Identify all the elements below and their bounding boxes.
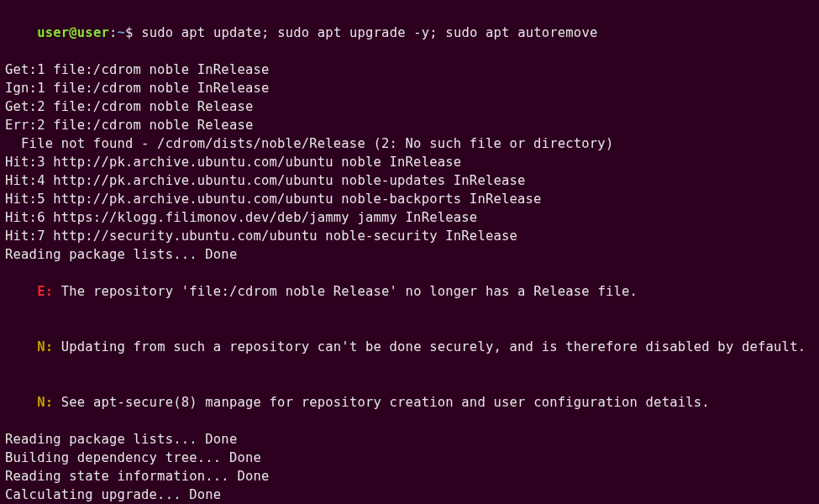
prompt-dollar: $ <box>125 25 141 40</box>
output-line: Reading package lists... Done <box>5 430 814 449</box>
output-line: Reading state information... Done <box>5 467 814 486</box>
prompt-host: user <box>77 25 109 40</box>
prompt-user: user <box>37 25 69 40</box>
output-line: Hit:4 http://pk.archive.ubuntu.com/ubunt… <box>5 171 814 190</box>
output-line: Hit:3 http://pk.archive.ubuntu.com/ubunt… <box>5 153 814 171</box>
output-line: Hit:6 https://klogg.filimonov.dev/deb/ja… <box>5 208 814 227</box>
output-line: Hit:5 http://pk.archive.ubuntu.com/ubunt… <box>5 190 814 208</box>
output-line: Building dependency tree... Done <box>5 449 814 467</box>
output-line: Ign:1 file:/cdrom noble InRelease <box>5 79 814 97</box>
terminal-window[interactable]: user@user:~$ sudo apt update; sudo apt u… <box>5 5 814 504</box>
output-line: Err:2 file:/cdrom noble Release <box>5 116 814 134</box>
error-line: E: The repository 'file:/cdrom noble Rel… <box>5 264 814 319</box>
error-tag: E: <box>37 284 53 299</box>
output-line: Hit:7 http://security.ubuntu.com/ubuntu … <box>5 227 814 245</box>
notice-tag: N: <box>37 395 53 410</box>
error-text: The repository 'file:/cdrom noble Releas… <box>53 284 638 299</box>
prompt-at: @ <box>69 25 77 40</box>
output-line: Reading package lists... Done <box>5 245 814 264</box>
notice-text: Updating from such a repository can't be… <box>53 339 806 354</box>
output-line: Calculating upgrade... Done <box>5 486 814 504</box>
notice-tag: N: <box>37 339 53 354</box>
notice-text: See apt-secure(8) manpage for repository… <box>53 395 710 410</box>
prompt-path: ~ <box>118 25 126 40</box>
prompt-line-1: user@user:~$ sudo apt update; sudo apt u… <box>5 5 814 60</box>
output-line: Get:2 file:/cdrom noble Release <box>5 97 814 116</box>
notice-line-2: N: See apt-secure(8) manpage for reposit… <box>5 375 814 430</box>
prompt-colon: : <box>109 25 118 40</box>
output-line: File not found - /cdrom/dists/noble/Rele… <box>5 134 814 153</box>
command-text: sudo apt update; sudo apt upgrade -y; su… <box>141 25 597 40</box>
notice-line-1: N: Updating from such a repository can't… <box>5 319 814 375</box>
output-line: Get:1 file:/cdrom noble InRelease <box>5 60 814 79</box>
